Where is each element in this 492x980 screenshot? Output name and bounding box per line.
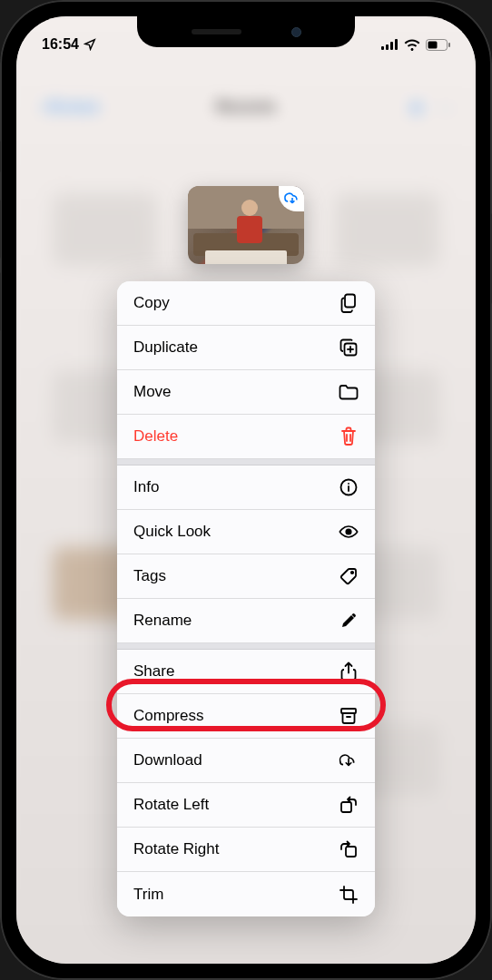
svg-rect-13 <box>341 802 351 812</box>
status-time: 16:54 <box>42 36 79 53</box>
menu-label: Move <box>133 383 172 401</box>
menu-item-share[interactable]: Share <box>117 650 375 694</box>
folder-icon <box>339 382 359 402</box>
svg-rect-6 <box>448 43 450 47</box>
blurred-nav-bar: ‹Browse Recents ⊞⋯ <box>16 66 476 152</box>
svg-rect-0 <box>381 46 384 50</box>
archive-icon <box>339 706 359 726</box>
menu-label: Copy <box>133 294 170 312</box>
menu-item-delete[interactable]: Delete <box>117 415 375 459</box>
location-arrow-icon <box>84 38 96 51</box>
menu-separator <box>117 459 375 466</box>
menu-label: Rotate Left <box>133 796 209 814</box>
menu-item-rename[interactable]: Rename <box>117 599 375 643</box>
video-thumbnail <box>188 186 304 264</box>
phone-frame: 16:54 ‹Browse Recents <box>0 0 492 980</box>
menu-item-quicklook[interactable]: Quick Look <box>117 510 375 554</box>
menu-separator <box>117 643 375 650</box>
menu-item-rotate-left[interactable]: Rotate Left <box>117 783 375 828</box>
tag-icon <box>339 566 359 586</box>
screen: 16:54 ‹Browse Recents <box>16 16 476 964</box>
menu-item-copy[interactable]: Copy <box>117 281 375 326</box>
earpiece-speaker <box>192 29 241 34</box>
eye-icon <box>339 522 359 542</box>
svg-rect-5 <box>428 41 438 48</box>
menu-label: Share <box>133 662 174 681</box>
copy-icon <box>339 293 359 313</box>
rotate-left-icon <box>339 795 359 815</box>
share-icon <box>339 662 359 681</box>
menu-item-compress[interactable]: Compress <box>117 694 375 739</box>
crop-icon <box>339 885 359 905</box>
menu-label: Tags <box>133 567 166 585</box>
menu-label: Duplicate <box>133 338 198 357</box>
menu-item-tags[interactable]: Tags <box>117 554 375 599</box>
mute-switch <box>0 141 1 172</box>
front-camera <box>291 27 301 37</box>
menu-label: Download <box>133 751 202 769</box>
notch <box>137 16 355 47</box>
pencil-icon <box>339 611 359 631</box>
menu-item-rotate-right[interactable]: Rotate Right <box>117 828 375 872</box>
menu-label: Compress <box>133 707 203 725</box>
menu-label: Trim <box>133 886 163 904</box>
menu-label: Quick Look <box>133 523 211 541</box>
menu-item-download[interactable]: Download <box>117 739 375 783</box>
svg-point-11 <box>351 572 353 573</box>
menu-label: Info <box>133 478 159 496</box>
svg-rect-2 <box>390 42 393 50</box>
svg-point-10 <box>346 529 351 534</box>
menu-item-trim[interactable]: Trim <box>117 872 375 916</box>
svg-rect-1 <box>386 44 389 50</box>
cellular-signal-icon <box>381 39 399 50</box>
volume-down-button <box>0 272 1 331</box>
trash-icon <box>339 426 359 446</box>
menu-item-info[interactable]: Info <box>117 466 375 510</box>
menu-label: Rename <box>133 612 192 630</box>
wifi-icon <box>404 39 420 51</box>
file-preview-thumbnail[interactable] <box>188 186 304 264</box>
menu-label: Delete <box>133 427 178 446</box>
info-icon <box>339 477 359 497</box>
menu-item-duplicate[interactable]: Duplicate <box>117 326 375 370</box>
svg-rect-3 <box>395 39 398 50</box>
svg-rect-7 <box>345 295 355 308</box>
context-menu: Copy Duplicate Move Delete <box>117 281 375 916</box>
menu-label: Rotate Right <box>133 840 220 858</box>
cloud-download-icon <box>339 750 359 770</box>
volume-up-button <box>0 200 1 259</box>
duplicate-icon <box>339 338 359 358</box>
svg-rect-14 <box>346 847 356 857</box>
menu-item-move[interactable]: Move <box>117 370 375 415</box>
battery-icon <box>426 39 450 51</box>
rotate-right-icon <box>339 839 359 859</box>
svg-rect-12 <box>341 709 356 713</box>
